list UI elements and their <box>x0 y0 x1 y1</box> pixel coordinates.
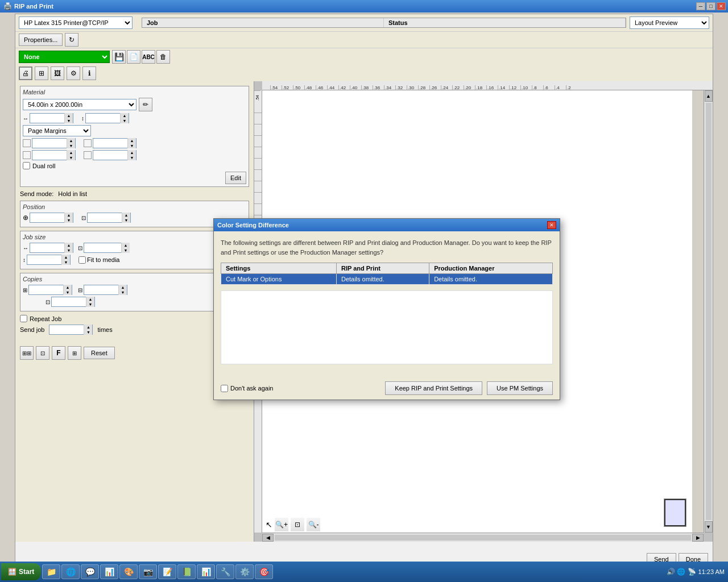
taskbar-time: 11:23 AM <box>698 568 725 575</box>
taskbar-app-ie[interactable]: 🌐 <box>61 564 80 579</box>
chat-icon: 💬 <box>85 567 95 577</box>
dialog-description: The following settings are different bet… <box>221 238 553 257</box>
close-button[interactable]: ✕ <box>717 2 726 10</box>
setting-name: Cut Mark or Options <box>221 274 337 285</box>
dialog-title-bar: Color Setting Difference ✕ <box>214 219 560 231</box>
main-window: HP Latex 315 Printer@TCP/IP Job Status L… <box>15 14 713 571</box>
word-icon: 📝 <box>162 567 172 577</box>
title-bar-icon: 🖨️ <box>3 2 12 10</box>
taskbar-app-illustrator[interactable]: 🎨 <box>119 564 138 579</box>
start-button[interactable]: 🪟 Start <box>1 563 41 580</box>
dialog-close-button[interactable]: ✕ <box>547 221 556 229</box>
taskbar-app-excel[interactable]: 📗 <box>177 564 196 579</box>
start-label: Start <box>19 568 34 576</box>
taskbar-app-word[interactable]: 📝 <box>158 564 176 579</box>
taskbar-icons: 🔊 🌐 📡 <box>667 568 696 576</box>
misc2-icon: 🔧 <box>220 567 230 577</box>
taskbar-app-chat[interactable]: 💬 <box>81 564 99 579</box>
dialog-footer: Don't ask again Keep RIP and Print Setti… <box>214 377 560 400</box>
dont-ask-checkbox[interactable] <box>221 385 228 392</box>
col-settings: Settings <box>221 263 337 274</box>
misc1-icon: 📊 <box>201 567 211 577</box>
keep-rip-button[interactable]: Keep RIP and Print Settings <box>385 381 482 395</box>
misc4-icon: 🎯 <box>259 567 269 577</box>
taskbar-app-explorer[interactable]: 📁 <box>42 564 60 579</box>
empty-table-area <box>221 290 553 364</box>
taskbar-app-misc3[interactable]: ⚙️ <box>235 564 254 579</box>
windows-icon: 🪟 <box>8 568 16 576</box>
ai-icon: 🎨 <box>123 567 134 577</box>
maximize-button[interactable]: □ <box>706 2 715 10</box>
modal-overlay: Color Setting Difference ✕ The following… <box>15 14 713 570</box>
rip-value: Details omitted. <box>336 274 429 285</box>
ps-icon: 📷 <box>143 567 153 577</box>
taskbar-app-misc1[interactable]: 📊 <box>197 564 215 579</box>
dialog-body: The following settings are different bet… <box>214 231 560 377</box>
excel-icon: 📗 <box>181 567 192 577</box>
col-pm: Production Manager <box>429 263 553 274</box>
title-bar-text: RIP and Print <box>14 3 53 10</box>
minimize-button[interactable]: ─ <box>696 2 705 10</box>
dialog-title: Color Setting Difference <box>217 222 289 228</box>
dont-ask-label: Don't ask again <box>230 385 273 392</box>
taskbar-app-misc2[interactable]: 🔧 <box>216 564 234 579</box>
taskbar-app-photoshop[interactable]: 📷 <box>139 564 157 579</box>
taskbar: 🪟 Start 📁 🌐 💬 📊 🎨 📷 📝 📗 📊 🔧 ⚙️ 🎯 🔊 🌐 📡 1… <box>0 562 728 582</box>
hp-icon: 📊 <box>104 567 114 577</box>
color-setting-dialog: Color Setting Difference ✕ The following… <box>213 218 560 400</box>
table-row[interactable]: Cut Mark or Options Details omitted. Det… <box>221 274 553 285</box>
settings-table: Settings RIP and Print Production Manage… <box>221 263 553 285</box>
title-bar: 🖨️ RIP and Print ─ □ ✕ <box>0 0 728 13</box>
col-rip: RIP and Print <box>336 263 429 274</box>
ie-icon: 🌐 <box>65 567 76 577</box>
taskbar-right: 🔊 🌐 📡 11:23 AM <box>667 568 727 576</box>
explorer-icon: 📁 <box>46 567 56 577</box>
misc3-icon: ⚙️ <box>239 567 250 577</box>
pm-value: Details omitted. <box>429 274 553 285</box>
taskbar-app-hp[interactable]: 📊 <box>100 564 118 579</box>
use-pm-button[interactable]: Use PM Settings <box>487 381 553 395</box>
taskbar-app-misc4[interactable]: 🎯 <box>255 564 273 579</box>
dont-ask-row: Don't ask again <box>221 385 273 392</box>
